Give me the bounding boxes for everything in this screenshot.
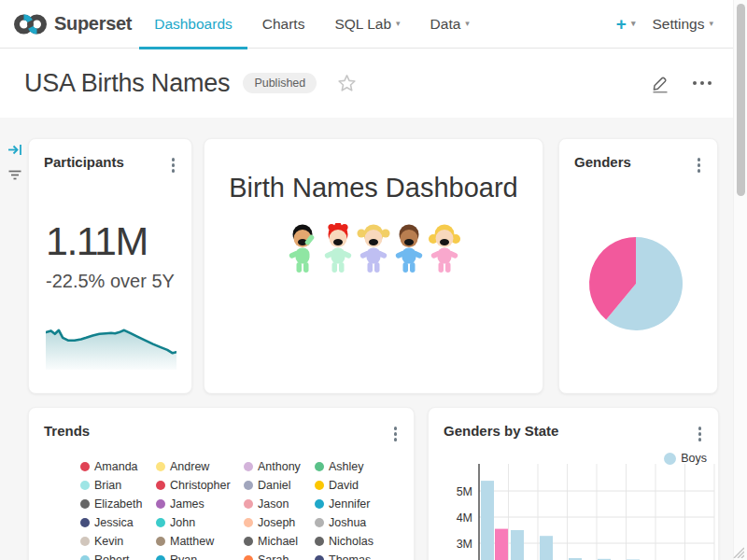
- legend-label: Brian: [94, 479, 121, 492]
- legend-item[interactable]: Ryan: [156, 551, 244, 560]
- legend-item[interactable]: Brian: [80, 476, 156, 495]
- superset-brand[interactable]: Superset: [13, 11, 132, 37]
- bar[interactable]: [511, 530, 524, 560]
- child-figure: [426, 223, 463, 274]
- nav-menu: Dashboards Charts SQL Lab ▾ Data ▾: [139, 0, 485, 49]
- legend-label: Amanda: [94, 460, 138, 473]
- legend-item[interactable]: Jennifer: [315, 495, 406, 513]
- expand-filter-bar-icon[interactable]: [7, 142, 23, 158]
- genders-pie-chart: [559, 171, 717, 385]
- page-title: USA Births Names: [24, 69, 230, 98]
- chart-options-kebab-icon[interactable]: [166, 154, 181, 176]
- legend-dot: [80, 537, 90, 546]
- legend-item[interactable]: Christopher: [156, 476, 244, 495]
- big-number-value: 1.11M: [29, 221, 191, 261]
- titlebar-actions: [650, 73, 723, 93]
- resize-handle-icon[interactable]: [731, 545, 744, 558]
- legend-label: Matthew: [170, 535, 214, 548]
- legend-item[interactable]: Joshua: [315, 513, 406, 532]
- legend-item[interactable]: Sarah: [244, 551, 315, 560]
- legend-label: Andrew: [170, 460, 209, 473]
- brand-name: Superset: [54, 13, 132, 35]
- legend-label: Joshua: [329, 516, 366, 529]
- legend-label: Ashley: [329, 460, 364, 473]
- legend-item[interactable]: James: [156, 495, 244, 513]
- legend-label: Jennifer: [329, 497, 370, 511]
- legend-item[interactable]: Kevin: [80, 532, 156, 551]
- legend-item[interactable]: Joseph: [244, 513, 315, 532]
- legend-item[interactable]: Anthony: [244, 457, 315, 476]
- legend-item[interactable]: Thomas: [315, 551, 406, 560]
- chart-options-kebab-icon[interactable]: [693, 423, 708, 445]
- legend-dot: [156, 537, 165, 546]
- legend-item[interactable]: Jason: [244, 495, 315, 513]
- favorite-star-icon[interactable]: [337, 74, 357, 93]
- card-title: Trends: [44, 423, 90, 439]
- bar[interactable]: [481, 481, 494, 560]
- edit-dashboard-icon[interactable]: [650, 73, 670, 93]
- more-actions-icon[interactable]: [689, 77, 715, 89]
- legend-label: John: [170, 516, 195, 529]
- y-axis-tick: 4M: [457, 511, 472, 525]
- nav-item-dashboards[interactable]: Dashboards: [139, 0, 247, 49]
- legend-dot: [315, 537, 324, 546]
- genders-by-state-card: Genders by State Boys 5M4M3M: [428, 407, 719, 560]
- legend-label: Joseph: [258, 516, 295, 529]
- legend-label: David: [329, 479, 359, 492]
- new-item-button[interactable]: + ▾: [616, 14, 636, 35]
- top-navbar: Superset Dashboards Charts SQL Lab ▾ Dat…: [0, 0, 747, 49]
- child-figure: [390, 223, 428, 274]
- sparkline-area: [46, 330, 176, 370]
- legend-item[interactable]: John: [156, 513, 244, 532]
- child-figure: [355, 223, 392, 274]
- chart-options-kebab-icon[interactable]: [388, 423, 403, 445]
- dashboard-grid: Participants 1.11M -22.5% over 5Y Birth …: [0, 118, 747, 560]
- y-axis-tick: 3M: [457, 538, 472, 551]
- bar[interactable]: [495, 529, 508, 560]
- caret-down-icon: ▾: [396, 20, 401, 28]
- legend-label: Ryan: [170, 553, 197, 560]
- nav-item-data[interactable]: Data ▾: [416, 0, 485, 49]
- nav-item-charts[interactable]: Charts: [247, 0, 320, 49]
- legend-dot: [315, 462, 324, 471]
- legend-item[interactable]: Nicholas: [315, 532, 406, 551]
- trends-legend: AmandaAndrewAnthonyAshleyBrianChristophe…: [80, 457, 406, 560]
- legend-dot: [244, 555, 253, 560]
- published-badge[interactable]: Published: [243, 73, 317, 93]
- legend-dot: [80, 555, 90, 560]
- legend-dot: [156, 462, 165, 471]
- legend-item[interactable]: Ashley: [315, 457, 406, 476]
- nav-item-sql-lab[interactable]: SQL Lab ▾: [319, 0, 415, 49]
- legend-item[interactable]: Jessica: [80, 513, 156, 532]
- legend-item[interactable]: Andrew: [156, 457, 244, 476]
- dashboard-banner-title: Birth Names Dashboard: [204, 173, 543, 203]
- legend-dot: [315, 518, 324, 527]
- settings-menu[interactable]: Settings ▾: [652, 16, 713, 33]
- scrollbar-thumb[interactable]: [737, 4, 745, 196]
- legend-label: Thomas: [329, 553, 371, 560]
- child-figure: [319, 223, 357, 274]
- page-scrollbar: [733, 0, 747, 560]
- legend-dot: [80, 481, 90, 490]
- caret-down-icon: ▾: [709, 20, 713, 28]
- card-title: Genders by State: [444, 423, 558, 439]
- bar[interactable]: [540, 536, 553, 560]
- legend-dot: [156, 555, 165, 560]
- legend-item[interactable]: Elizabeth: [80, 495, 156, 513]
- nav-item-label: Dashboards: [154, 16, 233, 33]
- legend-item[interactable]: Amanda: [80, 457, 156, 476]
- legend-label: Jason: [258, 497, 289, 511]
- legend-item[interactable]: Michael: [244, 532, 315, 551]
- legend-dot: [80, 499, 90, 509]
- card-title: Participants: [44, 154, 124, 170]
- child-figure: [284, 223, 321, 274]
- legend-item[interactable]: Robert: [80, 551, 156, 560]
- legend-dot: [315, 481, 324, 490]
- filter-icon[interactable]: [7, 168, 22, 183]
- legend-item[interactable]: Matthew: [156, 532, 244, 551]
- children-illustration: [204, 223, 543, 274]
- settings-label: Settings: [652, 16, 704, 33]
- legend-label: Nicholas: [329, 535, 374, 548]
- legend-item[interactable]: David: [315, 476, 406, 495]
- legend-item[interactable]: Daniel: [244, 476, 315, 495]
